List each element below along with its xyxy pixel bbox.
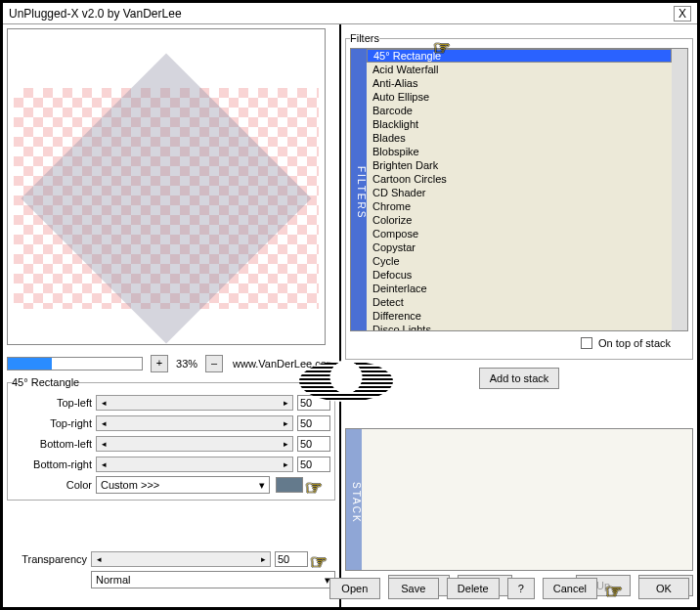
param-value[interactable]	[297, 436, 330, 452]
color-label: Color	[12, 479, 92, 491]
filter-item[interactable]: Brighten Dark	[367, 158, 672, 172]
ontop-label: On top of stack	[598, 337, 671, 349]
filter-item[interactable]: Blacklight	[367, 117, 672, 131]
filter-item[interactable]: Anti-Alias	[367, 76, 672, 90]
vendor-logo	[299, 361, 393, 402]
cancel-button[interactable]: Cancel	[543, 578, 597, 599]
stack-tab: STACK	[346, 429, 362, 570]
color-select[interactable]: Custom >>> ▾	[96, 476, 270, 494]
preview-pane	[7, 28, 326, 345]
open-button[interactable]: Open	[329, 578, 380, 599]
ontop-checkbox[interactable]	[581, 337, 592, 349]
color-swatch[interactable]	[276, 477, 303, 493]
titlebar: UnPlugged-X v2.0 by VanDerLee X	[3, 3, 697, 24]
delete-button[interactable]: Delete	[447, 578, 500, 599]
param-value[interactable]	[297, 457, 330, 472]
zoom-percent: 33%	[170, 358, 203, 370]
filter-item[interactable]: Cycle	[367, 254, 672, 268]
filter-item[interactable]: Detect	[367, 295, 672, 309]
param-slider[interactable]: ◂▸	[96, 415, 293, 431]
transparency-slider[interactable]: ◂▸	[91, 551, 271, 567]
slider-label: Bottom-left	[12, 438, 92, 450]
pointer-icon	[605, 580, 631, 597]
filter-item[interactable]: Copystar	[367, 240, 672, 254]
chevron-down-icon: ▾	[259, 479, 265, 492]
filter-params: 45° Rectangle Top-left◂▸Top-right◂▸Botto…	[7, 376, 335, 501]
zoom-out-button[interactable]: –	[205, 355, 223, 372]
diamond-shape	[22, 54, 312, 344]
save-button[interactable]: Save	[388, 578, 439, 599]
param-slider[interactable]: ◂▸	[96, 436, 293, 452]
ok-button[interactable]: OK	[638, 578, 689, 599]
add-to-stack-button[interactable]: Add to stack	[479, 368, 560, 389]
help-button[interactable]: ?	[507, 578, 535, 599]
filter-item[interactable]: Chrome	[367, 199, 672, 213]
filter-item[interactable]: Defocus	[367, 268, 672, 282]
blend-mode-select[interactable]: Normal ▾	[91, 571, 335, 588]
filters-list[interactable]: 45° RectangleAcid WaterfallAnti-AliasAut…	[367, 49, 687, 330]
filters-tab: FILTERS	[351, 49, 367, 330]
filters-group: Filters FILTERS 45° RectangleAcid Waterf…	[345, 32, 693, 360]
slider-label: Top-right	[12, 417, 92, 429]
stack-list[interactable]	[362, 429, 692, 570]
slider-label: Bottom-right	[12, 458, 92, 470]
filter-item[interactable]: Deinterlace	[367, 282, 672, 295]
filter-item[interactable]: Disco Lights	[367, 323, 672, 330]
zoom-bar[interactable]	[7, 357, 143, 370]
filter-item[interactable]: Cartoon Circles	[367, 172, 672, 186]
param-slider[interactable]: ◂▸	[96, 457, 293, 472]
filter-item[interactable]: Colorize	[367, 213, 672, 227]
scroll-down[interactable]: ▾	[672, 315, 687, 330]
transparency-value[interactable]	[275, 551, 308, 567]
pointer-icon	[305, 476, 330, 494]
slider-label: Top-left	[12, 397, 92, 409]
filter-params-legend: 45° Rectangle	[12, 376, 79, 388]
window-title: UnPlugged-X v2.0 by VanDerLee	[9, 7, 674, 21]
filter-item[interactable]: Auto Ellipse	[367, 90, 672, 104]
param-slider[interactable]: ◂▸	[96, 395, 293, 411]
zoom-in-button[interactable]: +	[151, 355, 168, 372]
filter-item[interactable]: 45° Rectangle	[367, 49, 672, 63]
filter-item[interactable]: Difference	[367, 309, 672, 323]
filter-item[interactable]: CD Shader	[367, 186, 672, 199]
filter-item[interactable]: Acid Waterfall	[367, 63, 672, 76]
filter-item[interactable]: Blobspike	[367, 145, 672, 158]
param-value[interactable]	[297, 415, 330, 431]
checker-bg	[14, 88, 319, 309]
pointer-icon	[310, 550, 335, 568]
filter-item[interactable]: Blades	[367, 131, 672, 145]
scrollbar[interactable]	[672, 49, 687, 330]
scroll-up[interactable]: ▴	[672, 49, 687, 65]
stack-area: STACK	[345, 428, 693, 571]
close-button[interactable]: X	[674, 6, 691, 22]
transparency-label: Transparency	[7, 553, 87, 565]
filters-legend: Filters	[350, 32, 379, 44]
filter-item[interactable]: Barcode	[367, 104, 672, 117]
filter-item[interactable]: Compose	[367, 227, 672, 240]
